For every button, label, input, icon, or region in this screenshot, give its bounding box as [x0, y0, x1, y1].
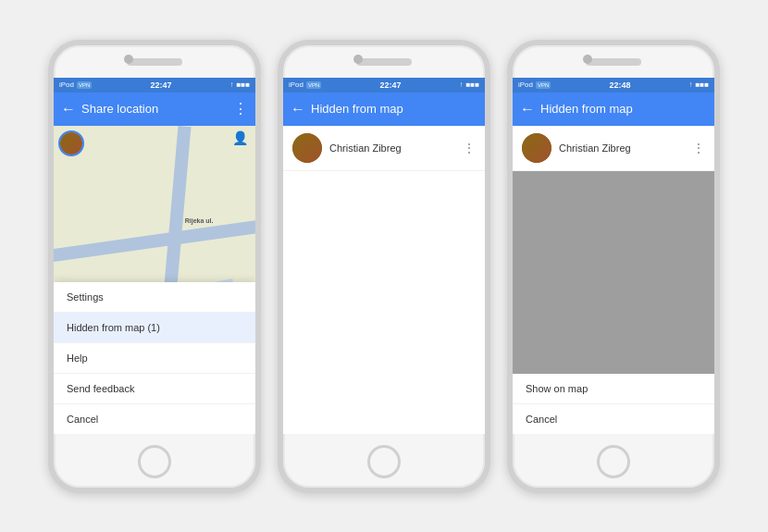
phone-2: iPod VPN 22:47 ↑ ■■■ ← Hidden from map C…: [278, 40, 490, 493]
more-button-1[interactable]: ⋮: [233, 100, 248, 118]
back-button-1[interactable]: ←: [61, 101, 76, 118]
vpn-badge-3: VPN: [536, 81, 551, 89]
phone-camera-3: [583, 55, 592, 64]
app-header-1: ← Share location ⋮: [54, 93, 255, 126]
carrier-label-1: iPod: [59, 80, 74, 89]
screen-title-2: Hidden from map: [305, 102, 477, 116]
battery-1: ■■■: [236, 80, 250, 89]
phone-screen-1: iPod VPN 22:47 ↑ ■■■ ← Share location ⋮ …: [54, 78, 255, 434]
status-bar-left-1: iPod VPN: [59, 80, 92, 89]
map-label-1: Rijeka ul.: [185, 217, 214, 224]
app-header-2: ← Hidden from map: [283, 93, 485, 126]
contact-avatar-3: [522, 133, 551, 163]
time-2: 22:47: [379, 80, 401, 90]
status-right-3: ↑ ■■■: [688, 80, 709, 89]
status-bar-2: iPod VPN 22:47 ↑ ■■■: [283, 78, 485, 93]
contact-more-1[interactable]: ⋮: [463, 141, 476, 155]
contact-name-1: Christian Zibreg: [322, 142, 463, 154]
status-bar-left-2: iPod VPN: [289, 80, 321, 89]
status-bar-left-3: iPod VPN: [518, 80, 551, 89]
status-right-2: ↑ ■■■: [459, 80, 479, 89]
app-header-3: ← Hidden from map: [513, 93, 714, 126]
add-person-icon[interactable]: 👤: [232, 130, 248, 145]
contact-name-3: Christian Zibreg: [551, 142, 692, 154]
menu-item-feedback[interactable]: Send feedback: [54, 374, 255, 404]
screen-title-1: Share location: [76, 102, 233, 116]
contact-more-3[interactable]: ⋮: [692, 141, 705, 155]
phone-camera-1: [124, 55, 133, 64]
battery-3: ■■■: [695, 80, 709, 89]
menu-item-cancel-1[interactable]: Cancel: [54, 404, 255, 434]
dropdown-menu-1: Settings Hidden from map (1) Help Send f…: [54, 282, 255, 434]
menu-item-settings[interactable]: Settings: [54, 282, 255, 313]
status-right-1: ↑ ■■■: [229, 80, 250, 89]
vpn-badge-2: VPN: [306, 81, 321, 89]
status-bar-3: iPod VPN 22:48 ↑ ■■■: [513, 78, 714, 93]
screen-title-3: Hidden from map: [535, 102, 707, 116]
signal-2: ↑: [459, 80, 463, 89]
user-avatar-1: [58, 130, 84, 156]
phone-1: iPod VPN 22:47 ↑ ■■■ ← Share location ⋮ …: [48, 40, 261, 493]
show-on-map-button[interactable]: Show on map: [513, 374, 714, 404]
back-button-3[interactable]: ←: [520, 101, 535, 118]
home-button-1[interactable]: [138, 445, 171, 478]
phone-camera-2: [353, 55, 363, 64]
home-button-2[interactable]: [367, 445, 401, 478]
contact-item-3: Christian Zibreg ⋮: [513, 126, 714, 171]
status-bar-1: iPod VPN 22:47 ↑ ■■■: [54, 78, 255, 93]
home-button-3[interactable]: [597, 445, 630, 478]
bottom-sheet-3: Show on map Cancel: [513, 374, 714, 434]
menu-item-hidden[interactable]: Hidden from map (1): [54, 313, 255, 343]
phone-3: iPod VPN 22:48 ↑ ■■■ ← Hidden from map C…: [507, 40, 720, 493]
menu-item-help[interactable]: Help: [54, 343, 255, 374]
gray-content-area: Show on map Cancel: [513, 171, 714, 434]
map-area-1: Rijeka ul. Sava 👤 😊 😄 Settings Hidden fr…: [54, 126, 255, 434]
phone-screen-3: iPod VPN 22:48 ↑ ■■■ ← Hidden from map C…: [513, 78, 714, 434]
time-3: 22:48: [609, 80, 630, 90]
battery-2: ■■■: [465, 80, 479, 89]
phone-screen-2: iPod VPN 22:47 ↑ ■■■ ← Hidden from map C…: [283, 78, 485, 434]
time-1: 22:47: [150, 80, 171, 90]
contact-item-1: Christian Zibreg ⋮: [283, 126, 485, 171]
back-button-2[interactable]: ←: [291, 101, 305, 118]
cancel-button-3[interactable]: Cancel: [513, 404, 714, 434]
contact-avatar-1: [292, 133, 322, 163]
carrier-label-2: iPod: [289, 80, 303, 89]
signal-3: ↑: [688, 80, 692, 89]
vpn-badge-1: VPN: [77, 81, 92, 89]
signal-1: ↑: [229, 80, 233, 89]
map-road-horizontal: [54, 217, 255, 263]
empty-area-2: [283, 171, 485, 434]
carrier-label-3: iPod: [518, 80, 533, 89]
